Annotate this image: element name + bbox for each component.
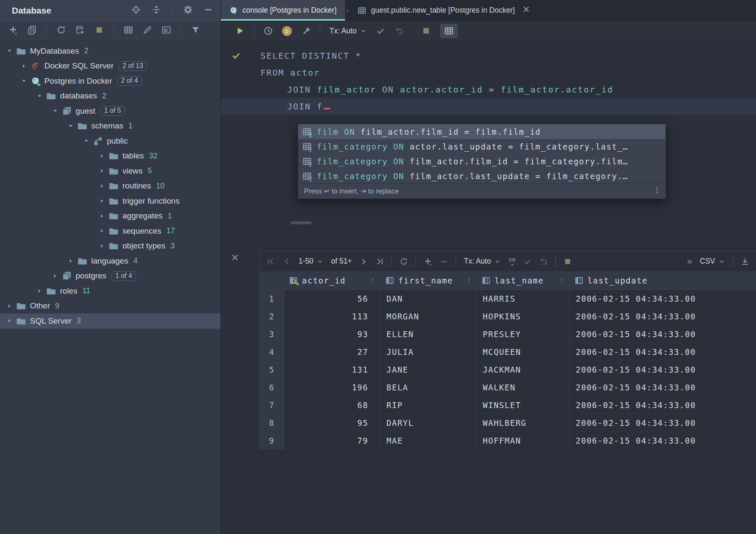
- completion-item-film-category[interactable]: film_category ON actor.last_update = fil…: [298, 139, 666, 154]
- last-page-icon[interactable]: [375, 257, 384, 266]
- collapsed-arrow-icon[interactable]: [98, 198, 105, 204]
- history-icon[interactable]: [264, 26, 273, 35]
- cell-first-name[interactable]: JULIA: [381, 343, 477, 361]
- column-header-last-update[interactable]: last_update: [570, 271, 756, 290]
- collapsed-arrow-icon[interactable]: [98, 242, 105, 249]
- column-header-last-name[interactable]: last_name: [477, 271, 570, 290]
- collapsed-arrow-icon[interactable]: [20, 63, 27, 69]
- export-format-dropdown[interactable]: CSV: [700, 257, 725, 266]
- collapsed-arrow-icon[interactable]: [52, 272, 58, 279]
- tree-item-postgres-in-docker[interactable]: Postgres in Docker2 of 4: [0, 74, 220, 89]
- cell-last-name[interactable]: PRESLEY: [477, 325, 570, 343]
- cell-last-update[interactable]: 2006-02-15 04:34:33.00: [570, 379, 756, 396]
- cell-last-update[interactable]: 2006-02-15 04:34:33.00: [570, 290, 756, 308]
- cell-first-name[interactable]: MORGAN: [381, 308, 477, 325]
- cell-last-update[interactable]: 2006-02-15 04:34:33.00: [570, 396, 756, 414]
- collapsed-arrow-icon[interactable]: [98, 228, 105, 234]
- cell-last-update[interactable]: 2006-02-15 04:34:33.00: [570, 325, 756, 343]
- expanded-arrow-icon[interactable]: [20, 78, 27, 84]
- completion-item-film-category[interactable]: film_category ON film_actor.film_id = fi…: [298, 154, 666, 169]
- cell-actor-id[interactable]: 95: [284, 414, 381, 432]
- table-view-icon[interactable]: [124, 25, 133, 36]
- cell-first-name[interactable]: JANE: [381, 361, 477, 379]
- cell-actor-id[interactable]: 27: [284, 343, 381, 361]
- tree-item-sql-server[interactable]: SQL Server3: [0, 313, 220, 329]
- row-number[interactable]: 7: [260, 396, 284, 414]
- completion-item-film[interactable]: film ON film_actor.film_id = film.film_i…: [298, 124, 666, 139]
- cell-actor-id[interactable]: 68: [284, 396, 381, 414]
- collapsed-arrow-icon[interactable]: [67, 258, 74, 264]
- editor-scrollbar-thumb[interactable]: [291, 221, 312, 224]
- tree-item-other[interactable]: Other9: [0, 299, 220, 314]
- settings-wrench-icon[interactable]: [301, 26, 310, 35]
- refresh-icon[interactable]: [57, 25, 66, 36]
- locate-icon[interactable]: [131, 5, 141, 16]
- more-options-kebab-icon[interactable]: [653, 187, 661, 196]
- collapsed-arrow-icon[interactable]: [98, 168, 105, 174]
- cell-last-name[interactable]: JACKMAN: [477, 361, 570, 379]
- tree-item-docker-sql-server[interactable]: Docker SQL Server2 of 13: [0, 59, 220, 74]
- cell-first-name[interactable]: BELA: [381, 379, 477, 396]
- cell-last-update[interactable]: 2006-02-15 04:34:33.00: [570, 432, 756, 450]
- tx-mode-dropdown[interactable]: Tx: Auto: [464, 257, 501, 266]
- filter-icon[interactable]: [191, 25, 200, 36]
- delete-row-icon[interactable]: [440, 257, 448, 266]
- profiler-badge-icon[interactable]: p: [282, 26, 292, 36]
- commit-icon[interactable]: [376, 26, 385, 35]
- cell-actor-id[interactable]: 79: [284, 432, 381, 450]
- expanded-arrow-icon[interactable]: [83, 138, 90, 144]
- view-results-button[interactable]: [440, 24, 458, 38]
- cell-actor-id[interactable]: 93: [284, 325, 381, 343]
- more-actions-icon[interactable]: [687, 256, 692, 267]
- cell-first-name[interactable]: ELLEN: [381, 325, 477, 343]
- data-source-properties-icon[interactable]: [76, 25, 85, 36]
- collapsed-arrow-icon[interactable]: [98, 183, 105, 189]
- tx-mode-dropdown[interactable]: Tx: Auto: [329, 27, 367, 35]
- collapsed-arrow-icon[interactable]: [6, 318, 13, 324]
- tree-item-tables[interactable]: tables32: [0, 149, 220, 164]
- expanded-arrow-icon[interactable]: [52, 108, 58, 114]
- cell-last-name[interactable]: WAHLBERG: [477, 414, 570, 432]
- tree-item-mydatabases[interactable]: MyDatabases2: [0, 44, 220, 59]
- tree-item-trigger-functions[interactable]: trigger functions: [0, 193, 220, 209]
- cell-first-name[interactable]: DAN: [381, 290, 477, 308]
- next-page-icon[interactable]: [359, 257, 368, 266]
- column-header-actor-id[interactable]: actor_id: [284, 271, 381, 290]
- expanded-arrow-icon[interactable]: [67, 123, 74, 129]
- cell-last-update[interactable]: 2006-02-15 04:34:33.00: [570, 343, 756, 361]
- row-number[interactable]: 2: [260, 308, 284, 325]
- cell-last-name[interactable]: WINSLET: [477, 396, 570, 414]
- stop-icon[interactable]: [95, 25, 104, 36]
- row-number[interactable]: 9: [260, 432, 284, 450]
- previous-page-icon[interactable]: [283, 257, 291, 266]
- close-results-icon[interactable]: [231, 253, 239, 264]
- page-size-dropdown[interactable]: 1-50: [299, 257, 324, 266]
- reload-page-icon[interactable]: [400, 257, 408, 266]
- close-tab-icon[interactable]: [522, 5, 530, 16]
- expanded-arrow-icon[interactable]: [6, 48, 13, 54]
- tree-item-roles[interactable]: roles11: [0, 283, 220, 299]
- collapsed-arrow-icon[interactable]: [36, 288, 43, 294]
- cell-actor-id[interactable]: 196: [284, 379, 381, 396]
- cell-last-update[interactable]: 2006-02-15 04:34:33.00: [570, 361, 756, 379]
- cell-last-update[interactable]: 2006-02-15 04:34:33.00: [570, 414, 756, 432]
- cell-last-name[interactable]: HARRIS: [477, 290, 570, 308]
- completion-item-film-category[interactable]: film_category ON film_actor.last_update …: [298, 169, 666, 183]
- tree-item-schemas[interactable]: schemas1: [0, 119, 220, 134]
- cell-last-update[interactable]: 2006-02-15 04:34:33.00: [570, 308, 756, 325]
- row-number[interactable]: 8: [260, 414, 284, 432]
- cell-last-name[interactable]: MCQUEEN: [477, 343, 570, 361]
- settings-icon[interactable]: [183, 5, 193, 16]
- tree-item-views[interactable]: views5: [0, 163, 220, 179]
- edit-icon[interactable]: [143, 25, 152, 36]
- commit-icon[interactable]: [523, 257, 532, 266]
- tree-item-sequences[interactable]: sequences17: [0, 223, 220, 239]
- tree-item-guest[interactable]: guest1 of 5: [0, 104, 220, 119]
- row-number[interactable]: 6: [260, 379, 284, 396]
- tab-new-table[interactable]: guest.public.new_table [Postgres in Dock…: [349, 0, 538, 21]
- cell-first-name[interactable]: RIP: [381, 396, 477, 414]
- execute-icon[interactable]: [235, 26, 245, 35]
- tree-item-databases[interactable]: databases2: [0, 89, 220, 104]
- row-number[interactable]: 5: [260, 361, 284, 379]
- tree-item-languages[interactable]: languages4: [0, 253, 220, 269]
